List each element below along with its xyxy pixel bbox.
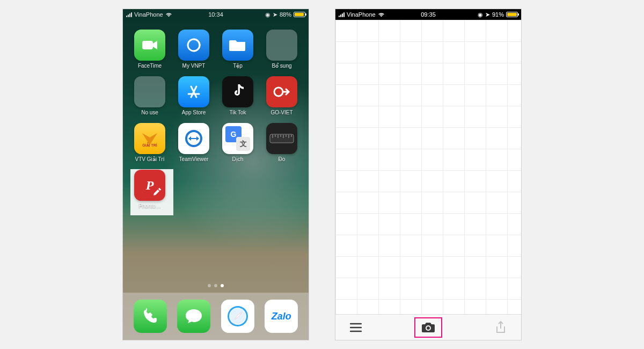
app-appstore[interactable]: App Store <box>174 76 213 115</box>
app-my-vnpt[interactable]: My VNPT <box>174 30 213 69</box>
teamviewer-icon <box>184 129 203 148</box>
signal-icon <box>126 12 132 17</box>
status-bar: VinaPhone 09:35 ◉ ➤ 91% <box>335 9 521 20</box>
status-bar: VinaPhone 10:34 ◉ ➤ 88% <box>123 9 309 20</box>
wifi-icon <box>378 12 385 17</box>
battery-icon <box>506 12 518 17</box>
message-icon <box>185 308 203 324</box>
battery-pct: 88% <box>280 11 291 18</box>
vnpt-icon <box>186 37 202 53</box>
do-not-disturb-icon: ◉ <box>265 11 270 18</box>
app-label: VTV Giải Trí <box>135 156 165 162</box>
goviet-icon <box>273 85 290 98</box>
location-icon: ➤ <box>485 11 490 18</box>
editor-canvas[interactable] <box>335 20 521 314</box>
app-vtv[interactable]: GIẢI TRÍ VTV Giải Trí <box>130 123 169 162</box>
menu-button[interactable] <box>345 317 367 338</box>
camera-button-highlight <box>414 317 442 338</box>
dock-safari[interactable] <box>221 300 254 333</box>
share-button[interactable] <box>490 317 511 338</box>
app-label: Bổ sung <box>272 63 291 69</box>
phonto-icon: P <box>134 170 165 201</box>
clock: 10:34 <box>208 11 223 18</box>
carrier-label: VinaPhone <box>134 11 163 18</box>
clock: 09:35 <box>421 11 436 18</box>
share-icon <box>495 321 506 334</box>
app-label: Phonto… <box>138 203 161 209</box>
app-label: Tệp <box>233 63 243 69</box>
svg-rect-0 <box>142 41 153 49</box>
folder-icon <box>266 30 297 61</box>
appstore-icon <box>186 84 202 100</box>
svg-rect-5 <box>270 134 294 143</box>
dock: Zalo <box>123 293 309 340</box>
app-dich[interactable]: G 文 Dịch <box>218 123 257 162</box>
app-label: Dịch <box>232 156 244 162</box>
dock-zalo[interactable]: Zalo <box>265 300 298 333</box>
signal-icon <box>339 12 345 17</box>
bottom-toolbar <box>335 314 521 340</box>
app-label: FaceTime <box>138 63 162 69</box>
app-teamviewer[interactable]: TeamViewer <box>174 123 213 162</box>
vtv-icon: GIẢI TRÍ <box>140 129 159 148</box>
camera-icon <box>421 322 435 333</box>
zalo-label: Zalo <box>272 311 291 322</box>
camera-icon <box>142 40 157 50</box>
app-phonto[interactable]: P Phonto… <box>130 170 169 209</box>
location-icon: ➤ <box>273 11 277 18</box>
battery-icon <box>294 12 305 17</box>
do-not-disturb-icon: ◉ <box>478 11 483 18</box>
app-facetime[interactable]: FaceTime <box>130 30 169 69</box>
tiktok-icon <box>231 84 245 99</box>
phone-icon <box>142 308 158 324</box>
app-label: GO-VIET <box>270 110 292 115</box>
app-do[interactable]: Đo <box>262 123 301 162</box>
page-indicator <box>123 284 309 287</box>
dock-messages[interactable] <box>177 300 210 333</box>
folder-no-use[interactable]: No use <box>130 76 169 115</box>
dock-phone[interactable] <box>134 300 167 333</box>
wifi-icon <box>165 12 172 17</box>
carrier-label: VinaPhone <box>347 11 376 18</box>
app-label: Đo <box>279 156 286 162</box>
app-tiktok[interactable]: Tik Tok <box>218 76 257 115</box>
app-label: Tik Tok <box>229 110 246 115</box>
app-files[interactable]: Tệp <box>218 30 257 69</box>
app-label: No use <box>141 110 158 115</box>
safari-icon <box>226 304 250 328</box>
app-label: App Store <box>182 110 206 115</box>
ruler-icon <box>269 134 294 143</box>
camera-button[interactable] <box>418 317 439 338</box>
phone-home-screen: VinaPhone 10:34 ◉ ➤ 88% FaceTime My VNPT… <box>122 9 309 340</box>
app-grid: FaceTime My VNPT Tệp Bổ sung No use <box>123 24 309 209</box>
app-label: My VNPT <box>182 63 206 69</box>
svg-point-21 <box>427 326 430 330</box>
battery-pct: 91% <box>492 11 504 18</box>
phone-phonto-editor: VinaPhone 09:35 ◉ ➤ 91% <box>335 9 522 340</box>
folder-icon <box>229 38 246 52</box>
folder-icon <box>134 76 165 107</box>
menu-icon <box>350 323 362 332</box>
folder-bo-sung[interactable]: Bổ sung <box>262 30 301 69</box>
svg-point-2 <box>274 88 283 96</box>
app-goviet[interactable]: GO-VIET <box>262 76 301 115</box>
app-label: TeamViewer <box>179 156 209 162</box>
